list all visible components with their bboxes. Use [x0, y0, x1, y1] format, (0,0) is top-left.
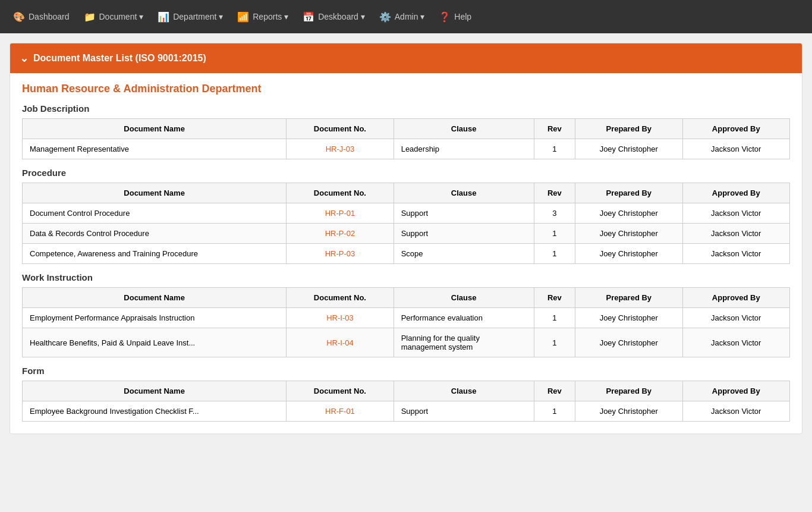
nav-help[interactable]: ❓ Help — [432, 0, 479, 33]
content-area: Human Resource & Administration Departme… — [10, 73, 802, 434]
nav-deskboard-label: Deskboard ▾ — [318, 12, 365, 21]
cell-1-2-3: 1 — [534, 244, 575, 264]
nav-department[interactable]: 📊 Department ▾ — [150, 0, 230, 33]
col-header-2-0: Document Name — [23, 288, 287, 308]
table-row: Employment Performance Appraisals Instru… — [23, 308, 790, 328]
cell-3-0-0: Employee Background Investigation Checkl… — [23, 401, 287, 422]
cell-1-1-5: Jackson Victor — [682, 224, 790, 244]
col-header-3-1: Document No. — [287, 381, 394, 401]
col-header-0-5: Approved By — [682, 119, 790, 139]
admin-icon: ⚙️ — [379, 11, 391, 23]
table-1: Document NameDocument No.ClauseRevPrepar… — [22, 183, 790, 264]
col-header-2-4: Prepared By — [575, 288, 682, 308]
nav-deskboard[interactable]: 📅 Deskboard ▾ — [295, 0, 372, 33]
collapse-icon[interactable]: ⌄ — [20, 52, 29, 65]
department-icon: 📊 — [158, 11, 169, 23]
cell-3-0-4: Joey Christopher — [575, 401, 682, 422]
header-title: Document Master List (ISO 9001:2015) — [33, 53, 206, 64]
cell-2-0-4: Joey Christopher — [575, 308, 682, 328]
col-header-1-4: Prepared By — [575, 183, 682, 203]
cell-0-0-3: 1 — [534, 139, 575, 159]
nav-reports[interactable]: 📶 Reports ▾ — [230, 0, 295, 33]
nav-department-label: Department ▾ — [173, 12, 223, 21]
cell-2-1-5: Jackson Victor — [682, 328, 790, 357]
cell-0-0-1: HR-J-03 — [287, 139, 394, 159]
cell-1-0-3: 3 — [534, 203, 575, 224]
col-header-3-0: Document Name — [23, 381, 287, 401]
cell-2-0-3: 1 — [534, 308, 575, 328]
table-0: Document NameDocument No.ClauseRevPrepar… — [22, 118, 790, 159]
col-header-3-5: Approved By — [682, 381, 790, 401]
department-title: Human Resource & Administration Departme… — [22, 83, 790, 95]
cell-1-1-0: Data & Records Control Procedure — [23, 224, 287, 244]
col-header-2-3: Rev — [534, 288, 575, 308]
nav-dashboard[interactable]: 🎨 Dashboard — [6, 0, 77, 33]
table-row: Employee Background Investigation Checkl… — [23, 401, 790, 422]
cell-1-1-2: Support — [394, 224, 534, 244]
cell-1-1-3: 1 — [534, 224, 575, 244]
col-header-2-5: Approved By — [682, 288, 790, 308]
cell-3-0-1: HR-F-01 — [287, 401, 394, 422]
table-3: Document NameDocument No.ClauseRevPrepar… — [22, 381, 790, 422]
section-title-1: Procedure — [22, 168, 790, 178]
navbar: 🎨 Dashboard 📁 Document ▾ 📊 Department ▾ … — [0, 0, 812, 33]
cell-1-0-0: Document Control Procedure — [23, 203, 287, 224]
nav-help-label: Help — [454, 12, 471, 21]
col-header-1-1: Document No. — [287, 183, 394, 203]
nav-admin-label: Admin ▾ — [395, 12, 425, 21]
col-header-2-1: Document No. — [287, 288, 394, 308]
cell-2-0-1: HR-I-03 — [287, 308, 394, 328]
cell-1-2-2: Scope — [394, 244, 534, 264]
col-header-3-4: Prepared By — [575, 381, 682, 401]
nav-reports-label: Reports ▾ — [253, 12, 288, 21]
table-row: Competence, Awareness and Training Proce… — [23, 244, 790, 264]
cell-1-0-5: Jackson Victor — [682, 203, 790, 224]
col-header-1-5: Approved By — [682, 183, 790, 203]
nav-dashboard-label: Dashboard — [29, 12, 70, 21]
cell-1-2-4: Joey Christopher — [575, 244, 682, 264]
col-header-1-0: Document Name — [23, 183, 287, 203]
table-row: Document Control ProcedureHR-P-01Support… — [23, 203, 790, 224]
cell-3-0-5: Jackson Victor — [682, 401, 790, 422]
cell-2-0-5: Jackson Victor — [682, 308, 790, 328]
cell-2-1-3: 1 — [534, 328, 575, 357]
reports-icon: 📶 — [237, 11, 249, 23]
table-2: Document NameDocument No.ClauseRevPrepar… — [22, 287, 790, 357]
nav-admin[interactable]: ⚙️ Admin ▾ — [372, 0, 432, 33]
dashboard-icon: 🎨 — [13, 11, 25, 23]
main-container: ⌄ Document Master List (ISO 9001:2015) H… — [10, 43, 802, 434]
col-header-0-1: Document No. — [287, 119, 394, 139]
deskboard-icon: 📅 — [303, 11, 314, 23]
col-header-3-3: Rev — [534, 381, 575, 401]
cell-1-0-2: Support — [394, 203, 534, 224]
document-icon: 📁 — [84, 11, 96, 23]
cell-1-2-5: Jackson Victor — [682, 244, 790, 264]
cell-1-0-1: HR-P-01 — [287, 203, 394, 224]
cell-0-0-5: Jackson Victor — [682, 139, 790, 159]
cell-1-2-0: Competence, Awareness and Training Proce… — [23, 244, 287, 264]
section-title-3: Form — [22, 366, 790, 376]
cell-2-1-1: HR-I-04 — [287, 328, 394, 357]
col-header-3-2: Clause — [394, 381, 534, 401]
col-header-2-2: Clause — [394, 288, 534, 308]
cell-0-0-2: Leadership — [394, 139, 534, 159]
help-icon: ❓ — [439, 11, 451, 23]
cell-2-1-0: Healthcare Benefits, Paid & Unpaid Leave… — [23, 328, 287, 357]
table-row: Management RepresentativeHR-J-03Leadersh… — [23, 139, 790, 159]
cell-0-0-4: Joey Christopher — [575, 139, 682, 159]
cell-1-2-1: HR-P-03 — [287, 244, 394, 264]
cell-3-0-2: Support — [394, 401, 534, 422]
cell-2-0-2: Performance evaluation — [394, 308, 534, 328]
cell-1-1-4: Joey Christopher — [575, 224, 682, 244]
section-title-2: Work Instruction — [22, 272, 790, 282]
cell-1-1-1: HR-P-02 — [287, 224, 394, 244]
col-header-0-0: Document Name — [23, 119, 287, 139]
nav-document[interactable]: 📁 Document ▾ — [77, 0, 151, 33]
cell-0-0-0: Management Representative — [23, 139, 287, 159]
col-header-0-2: Clause — [394, 119, 534, 139]
cell-2-1-4: Joey Christopher — [575, 328, 682, 357]
table-row: Healthcare Benefits, Paid & Unpaid Leave… — [23, 328, 790, 357]
col-header-1-2: Clause — [394, 183, 534, 203]
section-title-0: Job Description — [22, 103, 790, 114]
cell-1-0-4: Joey Christopher — [575, 203, 682, 224]
